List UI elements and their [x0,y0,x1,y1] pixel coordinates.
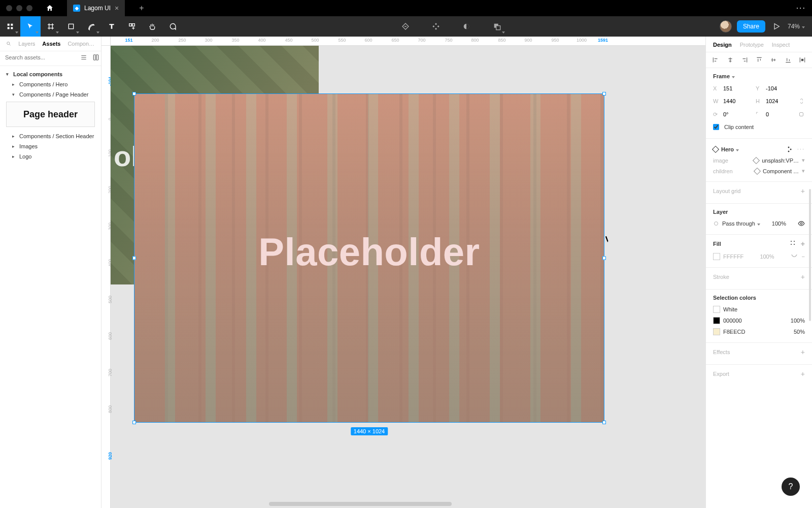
clip-content-checkbox[interactable] [713,124,719,130]
boolean-ops-button[interactable] [487,16,507,37]
text-tool-button[interactable] [101,16,122,37]
help-button[interactable]: ? [782,478,800,496]
tree-local-components[interactable]: ▾Local components [0,69,101,79]
tree-page-header[interactable]: ▾Components / Page Header [0,89,101,100]
comment-tool-button[interactable] [162,16,183,37]
independent-corners-icon[interactable] [798,111,804,118]
add-layout-grid-button[interactable]: + [801,187,805,195]
tree-section-header[interactable]: ▸Components / Section Header [0,131,101,141]
instance-swap-icon[interactable] [785,146,792,153]
frame-tool-button[interactable] [41,16,61,37]
design-tab[interactable]: Design [713,42,732,48]
tree-hero[interactable]: ▸Components / Hero [0,79,101,89]
ruler-tick: 350 [231,38,239,43]
fill-swatch[interactable] [713,253,720,260]
ruler-tick: 950 [551,38,559,43]
layer-opacity[interactable]: 100% [772,220,786,227]
zoom-level[interactable]: 74% [788,23,805,30]
main-menu-button[interactable] [0,16,20,37]
remove-fill-button[interactable]: − [802,253,805,260]
canvas-area[interactable]: 1512002503003504004505005506006507007508… [101,37,705,508]
selcolor-swatch-black[interactable] [713,317,720,324]
add-stroke-button[interactable]: + [801,273,805,281]
instance-more-icon[interactable]: ··· [797,146,805,153]
align-bottom-icon[interactable] [785,56,792,64]
shape-tool-button[interactable] [61,16,81,37]
pen-tool-button[interactable] [81,16,101,37]
new-tab-button[interactable]: + [133,4,150,13]
resize-handle-bl[interactable] [132,421,136,424]
align-top-icon[interactable] [756,56,763,64]
fill-opacity[interactable]: 100% [760,253,774,260]
distribute-icon[interactable] [799,56,806,64]
panel-scrollbar[interactable] [809,189,811,321]
selected-frame[interactable]: Placeholder 1440 × 1024 [134,94,604,422]
frame-h-input[interactable] [766,98,793,104]
style-icon[interactable] [790,240,796,246]
visibility-icon[interactable] [798,220,805,227]
inspect-tab[interactable]: Inspect [772,42,790,48]
component-icon[interactable] [426,16,446,37]
constrain-proportions-icon[interactable] [798,98,804,105]
fill-section-title: Fill [713,241,721,247]
frame-y-input[interactable] [766,85,793,91]
traffic-close[interactable] [6,5,12,11]
traffic-min[interactable] [16,5,22,11]
ruler-tick: 250 [178,38,186,43]
resources-button[interactable] [122,16,142,37]
component-preview-page-header[interactable]: Page header [6,102,95,127]
home-button[interactable] [41,4,59,12]
resize-handle-mr[interactable] [602,257,606,260]
hidden-icon[interactable] [791,253,798,259]
frame-radius-input[interactable] [766,111,793,117]
resize-handle-br[interactable] [602,421,606,424]
align-vcenter-icon[interactable] [770,56,777,64]
instance-name[interactable]: Hero [721,146,739,152]
frame-w-input[interactable] [723,98,751,104]
layers-tab[interactable]: Layers [18,41,35,47]
tree-images[interactable]: ▸Images [0,141,101,151]
add-export-button[interactable]: + [801,370,805,378]
prototype-tab[interactable]: Prototype [740,42,764,48]
assets-tab[interactable]: Assets [42,41,60,47]
selcolor-swatch-white[interactable] [713,306,720,313]
asset-search-input[interactable] [5,54,75,60]
window-controls[interactable] [6,5,32,11]
frame-x-input[interactable] [723,85,751,91]
search-icon[interactable] [6,41,11,47]
overflow-menu-icon[interactable]: ··· [796,4,806,13]
resize-handle-tr[interactable] [602,92,606,96]
reset-instance-icon[interactable] [395,16,416,37]
resize-handle-ml[interactable] [132,257,136,260]
blend-mode-select[interactable]: Pass through [722,220,760,227]
ruler-tick: 700 [418,38,425,43]
frame-section-title[interactable]: Frame [713,73,735,79]
alignment-controls [706,52,812,68]
hand-tool-button[interactable] [142,16,162,37]
resize-handle-tl[interactable] [132,92,136,96]
prop-image-value[interactable]: unsplash:VP… ▾ [754,157,805,164]
close-tab-icon[interactable]: × [115,4,119,12]
canvas-scrollbar-horizontal[interactable] [269,502,452,506]
present-button[interactable] [770,16,783,37]
svg-point-13 [800,223,802,225]
align-left-icon[interactable] [712,56,719,64]
tree-logo[interactable]: ▸Logo [0,151,101,162]
share-button[interactable]: Share [737,20,765,33]
user-avatar[interactable] [720,20,732,33]
traffic-max[interactable] [26,5,32,11]
document-tab[interactable]: ◆ Lagom UI × [67,0,125,16]
align-right-icon[interactable] [741,56,748,64]
mask-icon[interactable] [456,16,477,37]
align-hcenter-icon[interactable] [727,56,734,64]
move-tool-button[interactable] [20,16,41,37]
components-tab[interactable]: Components [67,41,95,47]
frame-rotation-input[interactable] [723,111,751,117]
selcolor-swatch-cream[interactable] [713,328,720,335]
fill-hex[interactable]: FFFFFF [723,253,743,260]
library-icon[interactable] [92,53,99,61]
add-fill-button[interactable]: + [801,240,805,248]
prop-children-value[interactable]: Component … ▾ [755,168,805,174]
add-effect-button[interactable]: + [801,348,805,356]
list-view-icon[interactable] [80,53,87,61]
